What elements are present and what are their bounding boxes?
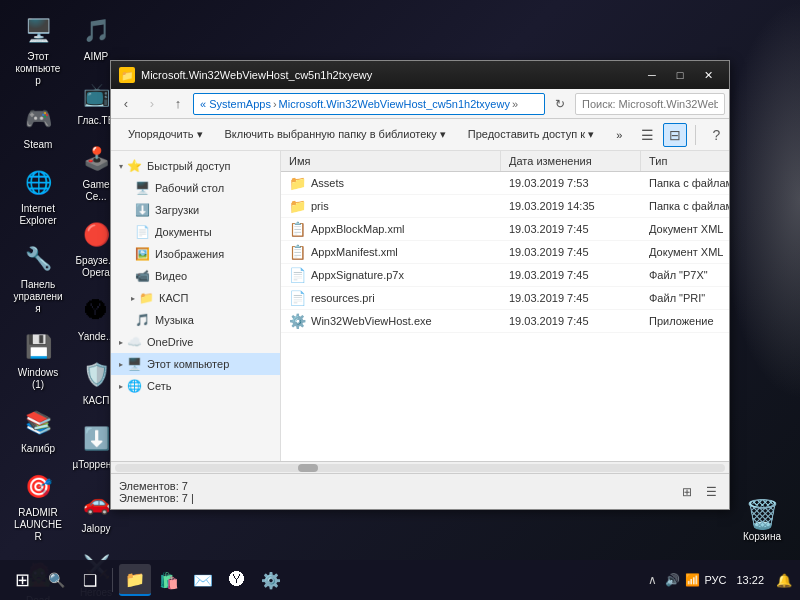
tray-arrow[interactable]: ∧ xyxy=(644,572,660,588)
up-button[interactable]: ↑ xyxy=(167,93,189,115)
search-button[interactable]: 🔍 xyxy=(42,566,70,594)
nav-item-музыка[interactable]: 🎵 Музыка xyxy=(111,309,280,331)
tray-speaker[interactable]: 🔊 xyxy=(664,572,680,588)
file-name-cell: 📁 pris xyxy=(281,197,501,215)
nav-item-рабочийстол[interactable]: 🖥️ Рабочий стол xyxy=(111,177,280,199)
search-input[interactable] xyxy=(575,93,725,115)
nav-pane: ▾ ⭐ Быстрый доступ 🖥️ Рабочий стол ⬇️ За… xyxy=(111,151,281,461)
file-row[interactable]: 📋 AppxBlockMap.xml 19.03.2019 7:45 Докум… xyxy=(281,218,729,241)
details-view-button[interactable]: ⊟ xyxy=(663,123,687,147)
trash-icon-desktop[interactable]: 🗑️ Корзина xyxy=(734,495,790,545)
desktop: 🖥️Этот компьютер🎮Steam🌐Internet Explorer… xyxy=(0,0,800,600)
back-button[interactable]: ‹ xyxy=(115,93,137,115)
nav-item-быстрыйдоступ[interactable]: ▾ ⭐ Быстрый доступ xyxy=(111,155,280,177)
nav-label: Быстрый доступ xyxy=(147,160,231,172)
status-right: ⊞ ☰ xyxy=(677,482,721,502)
col-header-date[interactable]: Дата изменения xyxy=(501,151,641,171)
forward-button[interactable]: › xyxy=(141,93,163,115)
tray-lang[interactable]: РУС xyxy=(704,574,726,586)
address-path[interactable]: « SystemApps › Microsoft.Win32WebViewHos… xyxy=(193,93,545,115)
nav-item-загрузки[interactable]: ⬇️ Загрузки xyxy=(111,199,280,221)
nav-label: Рабочий стол xyxy=(155,182,224,194)
desktop-icon-control-panel[interactable]: 🔧Панель управления xyxy=(10,238,66,318)
include-library-button[interactable]: Включить выбранную папку в библиотеку ▾ xyxy=(216,123,455,147)
taskbar-app-mail[interactable]: ✉️ xyxy=(187,564,219,596)
file-row[interactable]: 📄 AppxSignature.p7x 19.03.2019 7:45 Файл… xyxy=(281,264,729,287)
toolbar-divider xyxy=(695,125,696,145)
taskbar-app-store[interactable]: 🛍️ xyxy=(153,564,185,596)
nav-arrow: ▸ xyxy=(119,360,123,369)
nav-label: Видео xyxy=(155,270,187,282)
file-row[interactable]: 📁 Assets 19.03.2019 7:53 Папка с файлами xyxy=(281,172,729,195)
nav-icon: 📹 xyxy=(134,268,150,284)
status-bar: Элементов: 7 Элементов: 7 | ⊞ ☰ xyxy=(111,473,729,509)
taskbar-app-explorer[interactable]: 📁 xyxy=(119,564,151,596)
file-name: AppxBlockMap.xml xyxy=(311,223,405,235)
file-type-cell: Документ XML xyxy=(641,245,729,259)
explorer-window: 📁 Microsoft.Win32WebViewHost_cw5n1h2txye… xyxy=(110,60,730,510)
file-name: AppxManifest.xml xyxy=(311,246,398,258)
taskbar-pinned-apps: 📁🛍️✉️🅨⚙️ xyxy=(119,564,287,596)
file-name: AppxSignature.p7x xyxy=(311,269,404,281)
file-icon: 📄 xyxy=(289,290,305,306)
scroll-thumb[interactable] xyxy=(298,464,318,472)
utorrent-icon: ⬇️ xyxy=(78,421,114,457)
taskbar-app-yandex-taskbar[interactable]: 🅨 xyxy=(221,564,253,596)
content-area: ▾ ⭐ Быстрый доступ 🖥️ Рабочий стол ⬇️ За… xyxy=(111,151,729,461)
desktop-icon-windows1[interactable]: 💾Windows (1) xyxy=(10,326,66,394)
nav-icon: ⭐ xyxy=(126,158,142,174)
notification-button[interactable]: 🔔 xyxy=(774,564,794,596)
nav-icon: 🌐 xyxy=(126,378,142,394)
clock-time: 13:22 xyxy=(736,574,764,586)
file-date-cell: 19.03.2019 7:45 xyxy=(501,222,641,236)
desktop-icon-radmir[interactable]: 🎯RADMIR LAUNCHER xyxy=(10,466,66,546)
col-header-name[interactable]: Имя xyxy=(281,151,501,171)
desktop-icon-internet-explorer[interactable]: 🌐Internet Explorer xyxy=(10,162,66,230)
file-row[interactable]: 📄 resources.pri 19.03.2019 7:45 Файл "PR… xyxy=(281,287,729,310)
share-button[interactable]: Предоставить доступ к ▾ xyxy=(459,123,603,147)
nav-item-изображения[interactable]: 🖼️ Изображения xyxy=(111,243,280,265)
nav-icon: 🖥️ xyxy=(126,356,142,372)
nav-item-onedrive[interactable]: ▸ ☁️ OneDrive xyxy=(111,331,280,353)
maximize-button[interactable]: □ xyxy=(667,66,693,84)
minimize-button[interactable]: ─ xyxy=(639,66,665,84)
taskbar-app-settings[interactable]: ⚙️ xyxy=(255,564,287,596)
start-button[interactable]: ⊞ xyxy=(6,564,38,596)
col-header-type[interactable]: Тип xyxy=(641,151,729,171)
file-row[interactable]: 📁 pris 19.03.2019 14:35 Папка с файлами xyxy=(281,195,729,218)
file-pane: Имя Дата изменения Тип Размер 📁 Assets 1… xyxy=(281,151,729,461)
refresh-button[interactable]: ↻ xyxy=(549,93,571,115)
nav-item-документы[interactable]: 📄 Документы xyxy=(111,221,280,243)
nav-item-сеть[interactable]: ▸ 🌐 Сеть xyxy=(111,375,280,397)
organize-button[interactable]: Упорядочить ▾ xyxy=(119,123,212,147)
nav-icon: ⬇️ xyxy=(134,202,150,218)
file-row[interactable]: ⚙️ Win32WebViewHost.exe 19.03.2019 7:45 … xyxy=(281,310,729,333)
nav-item-видео[interactable]: 📹 Видео xyxy=(111,265,280,287)
desktop-icon-steam[interactable]: 🎮Steam xyxy=(10,98,66,154)
desktop-icon-caliber[interactable]: 📚Калибр xyxy=(10,402,66,458)
more-toolbar-button[interactable]: » xyxy=(607,123,631,147)
windows1-label: Windows (1) xyxy=(13,367,63,391)
close-button[interactable]: ✕ xyxy=(695,66,721,84)
nav-item-касп[interactable]: ▸ 📁 КАСП xyxy=(111,287,280,309)
file-name: pris xyxy=(311,200,329,212)
status-list-view[interactable]: ⊞ xyxy=(677,482,697,502)
breadcrumb-folder[interactable]: Microsoft.Win32WebViewHost_cw5n1h2txyewy xyxy=(279,98,510,110)
scroll-track[interactable] xyxy=(115,464,725,472)
file-name: Assets xyxy=(311,177,344,189)
desktop-icon-aimp[interactable]: 🎵AIMP xyxy=(68,10,124,66)
change-view-button[interactable]: ☰ xyxy=(635,123,659,147)
task-view-button[interactable]: ❑ xyxy=(74,564,106,596)
breadcrumb-systemapps[interactable]: « SystemApps xyxy=(200,98,271,110)
nav-item-этоткомпьютер[interactable]: ▸ 🖥️ Этот компьютер xyxy=(111,353,280,375)
nav-label: Сеть xyxy=(147,380,171,392)
desktop-icon-my-computer[interactable]: 🖥️Этот компьютер xyxy=(10,10,66,90)
taskbar-clock[interactable]: 13:22 xyxy=(732,572,768,588)
horizontal-scrollbar[interactable] xyxy=(111,461,729,473)
aimp-icon: 🎵 xyxy=(78,13,114,49)
radmir-icon: 🎯 xyxy=(20,469,56,505)
status-details-view[interactable]: ☰ xyxy=(701,482,721,502)
help-button[interactable]: ? xyxy=(704,123,728,147)
tray-network[interactable]: 📶 xyxy=(684,572,700,588)
file-row[interactable]: 📋 AppxManifest.xml 19.03.2019 7:45 Докум… xyxy=(281,241,729,264)
